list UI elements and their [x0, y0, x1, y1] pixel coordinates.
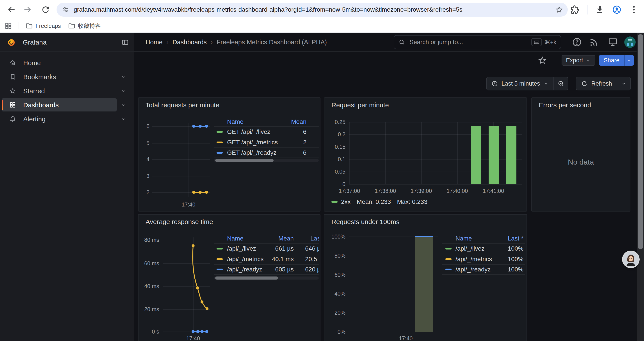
legend-series-name[interactable]: 2xx: [341, 198, 351, 205]
time-range-picker[interactable]: Last 5 minutes: [486, 77, 554, 90]
legend-series-name[interactable]: /api/_/readyz: [456, 266, 490, 273]
series-color-pill: [446, 269, 452, 270]
brand-name[interactable]: Grafana: [23, 39, 46, 46]
assistant-avatar[interactable]: [623, 251, 639, 267]
breadcrumb-home[interactable]: Home: [146, 39, 162, 46]
news-rss-icon[interactable]: [589, 37, 599, 47]
active-indicator: [2, 100, 3, 110]
legend-series-name[interactable]: /api/_/readyz: [227, 266, 262, 273]
sidebar-item-bookmarks[interactable]: Bookmarks: [2, 70, 116, 83]
breadcrumb-dashboards[interactable]: Dashboards: [172, 39, 207, 46]
url-text[interactable]: grafana.mathmast.com/d/deytv4rwavabkb/fr…: [74, 6, 555, 13]
y-tick: 0.15: [324, 144, 346, 150]
legend-series-name[interactable]: /api/_/metrics: [456, 256, 492, 263]
share-menu-button[interactable]: [624, 55, 634, 66]
gridline: [152, 143, 210, 144]
scrollbar-thumb[interactable]: [215, 159, 274, 162]
legend-series-name[interactable]: /api/_/metrics: [227, 256, 264, 263]
clock-icon: [492, 80, 498, 87]
legend-series-name[interactable]: /api/_/livez: [456, 245, 484, 252]
legend-header-mean[interactable]: Mean: [278, 235, 294, 242]
legend-header-name[interactable]: Name: [227, 118, 244, 125]
chevron-down-icon: [544, 81, 549, 86]
y-tick: 3: [138, 173, 150, 179]
sidebar-item-home[interactable]: Home: [2, 56, 116, 69]
chevron-down-icon[interactable]: [120, 102, 126, 108]
legend-row: /api/_/readyz 100%: [442, 264, 525, 275]
legend-header-name[interactable]: Name: [456, 235, 472, 242]
download-icon[interactable]: [595, 5, 604, 15]
chevron-down-icon[interactable]: [120, 74, 126, 80]
panel-title[interactable]: Total requests per minute: [146, 101, 220, 109]
sidebar-item-starred[interactable]: Starred: [2, 84, 116, 97]
legend-series-name[interactable]: GET /api/_/livez: [227, 128, 270, 135]
y-tick: 5: [138, 140, 150, 146]
apps-grid-icon[interactable]: [4, 22, 12, 30]
x-tick: 17:37:00: [339, 188, 360, 194]
legend-last-value: 100%: [508, 245, 524, 252]
series-color-pill: [216, 269, 223, 270]
folder-icon: [26, 22, 33, 30]
panel-title[interactable]: Errors per second: [539, 101, 591, 109]
sidebar-item-alerting[interactable]: Alerting: [2, 112, 116, 126]
gridline: [152, 159, 210, 160]
dashboard-actions-row: Export Share: [134, 52, 644, 69]
gridline: [350, 122, 350, 184]
toolbar-separator: [587, 5, 588, 15]
browser-actions: [570, 0, 644, 19]
panel-title[interactable]: Average response time: [146, 218, 213, 226]
alerting-bell-icon: [9, 115, 16, 122]
favorite-star-icon[interactable]: [538, 56, 547, 65]
panel-title[interactable]: Requests under 100ms: [332, 218, 400, 226]
site-settings-icon[interactable]: [62, 6, 69, 14]
grafana-app: Grafana Home Bookmarks Starred Dashboar: [0, 33, 644, 341]
sidebar-item-label: Alerting: [23, 115, 46, 123]
panel-title[interactable]: Request per minute: [332, 101, 389, 109]
legend-last-value: 20.5 ms: [305, 256, 319, 263]
help-icon[interactable]: [572, 37, 582, 47]
legend-series-name[interactable]: /api/_/livez: [227, 245, 256, 252]
user-avatar[interactable]: [624, 37, 636, 48]
legend-header-last[interactable]: Last *: [508, 235, 524, 242]
legend-header-mean[interactable]: Mean: [291, 118, 306, 125]
grafana-logo[interactable]: [7, 38, 16, 47]
panel-total-requests: Total requests per minute 6 5 4 3 2: [138, 97, 320, 212]
bookmark-star-icon[interactable]: [555, 6, 563, 14]
profile-icon[interactable]: [612, 5, 622, 15]
monitor-icon[interactable]: [608, 37, 618, 47]
legend-mean-value: 6: [303, 149, 306, 156]
y-tick: 4: [138, 156, 150, 163]
share-button[interactable]: Share: [599, 55, 624, 66]
y-tick: 0.05: [324, 169, 346, 175]
legend-mean-value: 661 µs: [275, 245, 294, 252]
zoom-out-button[interactable]: [554, 77, 568, 90]
menu-kebab-icon[interactable]: [629, 5, 639, 15]
legend-series-name[interactable]: GET /api/_/metrics: [227, 139, 278, 146]
extensions-icon[interactable]: [570, 5, 580, 15]
reload-icon[interactable]: [41, 5, 50, 15]
url-bar[interactable]: grafana.mathmast.com/d/deytv4rwavabkb/fr…: [56, 3, 568, 17]
bookmark-folder-blogs[interactable]: 收藏博客: [68, 22, 101, 30]
page-scrollbar-thumb[interactable]: [638, 34, 643, 249]
bookmark-folder-freeleaps[interactable]: Freeleaps: [26, 22, 61, 30]
back-icon[interactable]: [6, 5, 16, 15]
refresh-interval-button[interactable]: [617, 77, 630, 90]
data-point: [196, 330, 199, 333]
export-label: Export: [566, 57, 583, 64]
scrollbar-thumb[interactable]: [215, 276, 278, 279]
chevron-down-icon[interactable]: [120, 116, 126, 122]
legend-header-name[interactable]: Name: [227, 235, 244, 242]
sidebar-toggle-icon[interactable]: [122, 39, 129, 46]
export-button[interactable]: Export: [562, 55, 595, 66]
legend-row: /api/_/metrics 100%: [442, 254, 525, 264]
gridline: [350, 122, 522, 122]
sidebar-item-dashboards[interactable]: Dashboards: [2, 98, 116, 112]
forward-icon[interactable]: [23, 5, 32, 15]
legend-series-name[interactable]: GET /api/_/readyz: [227, 149, 276, 156]
search-box[interactable]: ⌘+k: [394, 35, 561, 49]
refresh-button[interactable]: Refresh: [576, 77, 617, 90]
bookmarks-bar: Freeleaps 收藏博客: [0, 19, 644, 33]
chevron-down-icon[interactable]: [120, 88, 126, 94]
legend-header-last[interactable]: Last *: [310, 235, 319, 242]
search-input[interactable]: [408, 38, 531, 46]
